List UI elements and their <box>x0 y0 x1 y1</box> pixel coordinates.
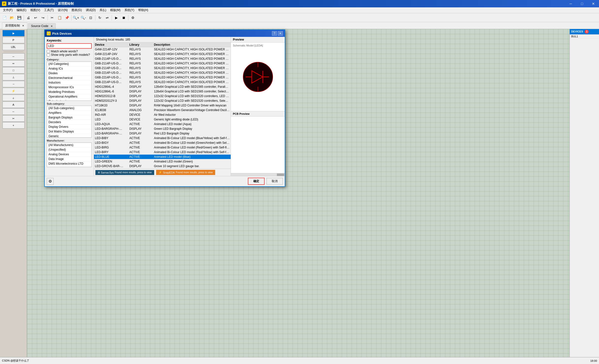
match-whole-words-checkbox[interactable] <box>47 50 50 53</box>
pcb-preview-label: PCB Preview <box>233 112 250 115</box>
table-row[interactable]: G6B-2114P-US-D… RELAYS SEALED HIGH CAPAC… <box>94 66 231 71</box>
subcat-dot-matrix[interactable]: Dot Matrix Displays <box>47 129 91 134</box>
table-row[interactable]: IND-AIR DEVICE Air filled inductor <box>94 113 231 117</box>
subcat-all[interactable]: (All Sub-categories) <box>47 106 91 111</box>
mfr-analog[interactable]: Analog Devices <box>47 152 91 157</box>
table-row[interactable]: LED-GREEN ACTIVE Animated LED model (Gre… <box>94 159 231 164</box>
table-row[interactable]: HDG12864L-4 DISPLAY 128x64 Graphical LCD… <box>94 85 231 89</box>
cancel-button[interactable]: 取消 <box>267 178 283 185</box>
show-only-parts-checkbox[interactable] <box>47 53 50 57</box>
dialog-title: Pick Devices <box>52 32 72 35</box>
table-row[interactable]: LED-BIBY ACTIVE Animated Bi-Colour LED m… <box>94 136 231 141</box>
table-row[interactable]: LED-BIRG ACTIVE Animated Bi-Colour LED m… <box>94 145 231 150</box>
dialog-icon: 🔍 <box>47 31 51 35</box>
gear-button[interactable]: ⚙ <box>47 178 54 185</box>
mfr-data-image[interactable]: Data Image <box>47 157 91 161</box>
mfr-all[interactable]: (All Manufacturers) <box>47 143 91 147</box>
snapeda-button[interactable]: ⚡ SnapEDA Found more results, press to v… <box>156 170 215 175</box>
results-info: Showing local results: 185 <box>96 38 130 41</box>
search-input-wrapper <box>47 43 92 49</box>
samacsys-button[interactable]: ⊞ SamacSys Found more results, press to … <box>95 170 154 175</box>
category-section: Category: (All Categories) Analog ICs Di… <box>47 58 92 101</box>
table-row[interactable]: G6B-2214P-US-D… RELAYS SEALED HIGH CAPAC… <box>94 75 231 80</box>
cat-microprocessor[interactable]: Microprocessor ICs <box>47 85 91 90</box>
category-list: (All Categories) Analog ICs Diodes Elect… <box>47 61 92 101</box>
table-row-led-blue[interactable]: LED-BLUE ACTIVE Animated LED model (Blue… <box>94 155 231 159</box>
mfr-unspecified[interactable]: (Unspecified) <box>47 147 91 152</box>
cat-analog-ics[interactable]: Analog ICs <box>47 66 91 71</box>
subcat-generic[interactable]: Generic <box>47 134 91 138</box>
subcat-bargraph[interactable]: Bargraph Displays <box>47 115 91 120</box>
table-row[interactable]: LED-BARGRAPH-… DISPLAY Red LED Bargraph … <box>94 131 231 136</box>
samacsys-label: SamacSys <box>101 171 114 174</box>
col-description: Description <box>154 43 230 46</box>
table-row[interactable]: G6B-2114P-US-D… RELAYS SEALED HIGH CAPAC… <box>94 61 231 66</box>
preview-scrollbar[interactable] <box>231 173 285 176</box>
table-row[interactable]: ICL8038 ANALOG Precision Waveform Genera… <box>94 108 231 113</box>
table-row[interactable]: LED-AQUA ACTIVE Animated LED model (Aqua… <box>94 122 231 127</box>
cat-optoelectronics[interactable]: Optoelectronics <box>47 99 91 101</box>
cat-all[interactable]: (All Categories) <box>47 62 91 66</box>
snapeda-label: SnapEDA <box>163 171 175 174</box>
dialog-titlebar: 🔍 Pick Devices ? ✕ <box>45 30 285 37</box>
table-row[interactable]: LED-BARGRAPH-… DISPLAY Green LED Bargrap… <box>94 127 231 131</box>
manufacturer-label: Manufacturer: <box>47 139 92 142</box>
manufacturer-list: (All Manufacturers) (Unspecified) Analog… <box>47 143 92 167</box>
subcat-decoders[interactable]: Decoders <box>47 120 91 125</box>
cat-op-amps[interactable]: Operational Amplifiers <box>47 94 91 99</box>
manufacturer-section: Manufacturer: (All Manufacturers) (Unspe… <box>47 139 92 167</box>
table-row[interactable]: G4W-2214P-12V RELAYS SEALED HIGH CAPACIT… <box>94 47 231 52</box>
dialog-controls: ? ✕ <box>272 31 283 36</box>
ok-button[interactable]: 确定 <box>248 178 265 185</box>
dialog-body: Keywords: Match whole words? Show only p… <box>45 37 285 176</box>
schematic-model-label: Schematic Model [LEDA] <box>233 44 263 47</box>
cat-diodes[interactable]: Diodes <box>47 71 91 76</box>
search-section: Keywords: Match whole words? Show only p… <box>47 39 92 57</box>
table-row[interactable]: LED-GROVE-BAR-… DISPLAY Grove 10 segment… <box>94 164 231 169</box>
dialog-help[interactable]: ? <box>272 31 277 36</box>
dialog-preview-panel: Preview Schematic Model [LEDA] <box>231 37 285 176</box>
cat-modelling[interactable]: Modelling Primitives <box>47 90 91 94</box>
snapeda-icon: ⚡ <box>159 171 162 174</box>
subcategory-label: Sub-category: <box>47 102 92 105</box>
table-header: Device Library Description <box>94 43 231 47</box>
search-input[interactable] <box>48 44 90 48</box>
table-row[interactable]: LED-BIGY ACTIVE Animated Bi-Colour LED m… <box>94 141 231 145</box>
scrollbar-thumb[interactable] <box>277 174 284 176</box>
led-schematic-symbol <box>241 57 275 97</box>
subcat-display-drivers[interactable]: Display Drivers <box>47 125 91 129</box>
results-header: Showing local results: 185 <box>94 37 231 43</box>
dialog-footer: ⚙ 确定 取消 <box>45 176 285 186</box>
col-library: Library <box>129 43 154 46</box>
table-row[interactable]: G4W-2214P-24V RELAYS SEALED HIGH CAPACIT… <box>94 52 231 57</box>
table-row[interactable]: G6B-2214P-US-D… RELAYS SEALED HIGH CAPAC… <box>94 80 231 85</box>
table-row[interactable]: HDM32GS12-B DISPLAY 122x32 Graphical LCD… <box>94 94 231 99</box>
mfr-dms[interactable]: DMS Microelectronics LTD <box>47 161 91 166</box>
table-row[interactable]: LED DEVICE Generic light emitting diode … <box>94 117 231 122</box>
snapeda-text: Found more results, press to view <box>176 171 213 174</box>
table-row[interactable]: HDM32GS12Y-3 DISPLAY 122x32 Graphical LC… <box>94 99 231 103</box>
table-row[interactable]: HDG12864L-6 DISPLAY 128x64 Graphical LCD… <box>94 89 231 94</box>
cat-inductors[interactable]: Inductors <box>47 80 91 85</box>
mfr-hantronix[interactable]: HANTRONIX <box>47 166 91 167</box>
cancel-label: 取消 <box>272 179 278 183</box>
dialog-close[interactable]: ✕ <box>278 31 283 36</box>
show-only-parts-label: Show only parts with models? <box>51 53 90 57</box>
cat-electromechanical[interactable]: Electromechanical <box>47 76 91 80</box>
dialog-left-panel: Keywords: Match whole words? Show only p… <box>45 37 94 176</box>
dialog-center-panel: Showing local results: 185 Device Librar… <box>94 37 231 176</box>
pcb-preview-header: PCB Preview <box>231 111 285 116</box>
subcategory-section: Sub-category: (All Sub-categories) Ampli… <box>47 102 92 138</box>
subcategory-list: (All Sub-categories) Amplifiers Bargraph… <box>47 106 92 138</box>
subcat-amplifiers[interactable]: Amplifiers <box>47 111 91 115</box>
col-device: Device <box>95 43 129 46</box>
pick-devices-dialog: 🔍 Pick Devices ? ✕ Keywords: <box>44 29 285 187</box>
table-row[interactable]: HT16K33 DISPLAY RAM Mapping 16x8 LED Con… <box>94 103 231 108</box>
ok-label: 确定 <box>253 179 259 183</box>
table-row[interactable]: G6B-2214P-US-D… RELAYS SEALED HIGH CAPAC… <box>94 71 231 75</box>
preview-title: Preview <box>233 38 244 41</box>
table-row[interactable]: G6B-2114P-US-D… RELAYS SEALED HIGH CAPAC… <box>94 57 231 61</box>
table-row[interactable]: LED-BIRY ACTIVE Animated Bi-Colour LED m… <box>94 150 231 155</box>
samacsys-text: Found more results, press to view <box>115 171 152 174</box>
status-info: CSDN @想该干什么了 <box>2 359 29 363</box>
